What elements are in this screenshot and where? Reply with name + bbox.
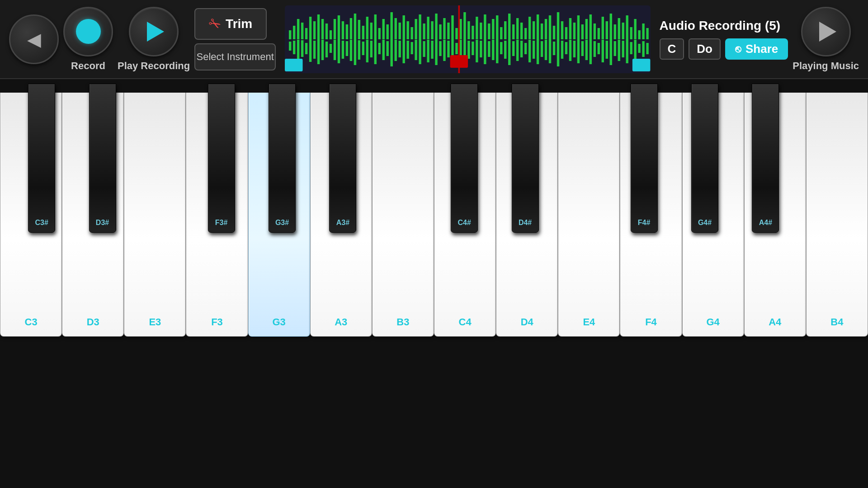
select-instrument-button[interactable]: Select Instrument — [194, 43, 276, 70]
waveform-container[interactable] — [285, 5, 650, 73]
white-key-b4[interactable]: B4 — [806, 93, 868, 337]
svg-rect-159 — [573, 41, 576, 57]
black-key-f4sharp[interactable]: F4# — [631, 84, 658, 233]
svg-rect-115 — [395, 40, 397, 61]
back-button[interactable]: ◀ — [9, 14, 59, 64]
white-key-e3[interactable]: E3 — [124, 93, 186, 337]
white-key-e4[interactable]: E4 — [558, 93, 620, 337]
black-key-label: A3# — [336, 219, 349, 227]
svg-rect-179 — [450, 55, 468, 68]
svg-rect-32 — [419, 14, 421, 39]
black-key-label: A4# — [759, 219, 772, 227]
svg-rect-96 — [317, 39, 320, 64]
play-recording-label: Play Recording — [118, 60, 190, 72]
svg-rect-123 — [427, 40, 429, 62]
svg-rect-69 — [569, 18, 571, 39]
svg-rect-2 — [297, 19, 299, 39]
svg-rect-140 — [496, 39, 498, 63]
svg-rect-166 — [602, 40, 604, 62]
svg-rect-95 — [313, 41, 316, 59]
svg-rect-164 — [594, 41, 596, 57]
record-button[interactable] — [63, 7, 113, 56]
scissors-icon: ✂ — [205, 13, 224, 34]
playing-music-label: Playing Music — [793, 60, 859, 72]
black-key-f3sharp[interactable]: F3# — [208, 84, 235, 233]
svg-rect-119 — [411, 42, 413, 54]
svg-rect-44 — [467, 21, 470, 39]
svg-rect-158 — [569, 40, 571, 61]
playing-music-wrapper: Playing Music — [793, 7, 859, 72]
svg-rect-23 — [382, 19, 385, 39]
black-key-a4sharp[interactable]: A4# — [752, 84, 779, 233]
svg-rect-51 — [496, 15, 498, 39]
svg-rect-168 — [610, 39, 612, 65]
playing-music-button[interactable] — [801, 7, 851, 56]
white-key-label: D4 — [521, 316, 533, 328]
svg-rect-73 — [585, 19, 588, 39]
white-key-label: B3 — [396, 316, 409, 328]
black-key-d3sharp[interactable]: D3# — [89, 84, 116, 233]
svg-rect-162 — [585, 40, 588, 60]
key-do-badge[interactable]: Do — [689, 38, 721, 60]
white-key-b3[interactable]: B3 — [372, 93, 434, 337]
svg-rect-101 — [338, 39, 340, 63]
svg-rect-103 — [346, 41, 348, 56]
waveform-svg — [285, 5, 650, 73]
black-key-c3sharp[interactable]: C3# — [28, 84, 55, 233]
svg-rect-66 — [557, 12, 559, 39]
trim-label: Trim — [226, 17, 252, 31]
svg-rect-81 — [618, 18, 620, 39]
svg-rect-150 — [537, 39, 539, 64]
svg-rect-134 — [472, 42, 474, 55]
svg-rect-120 — [415, 40, 417, 60]
play-recording-button[interactable] — [129, 7, 179, 56]
trim-button[interactable]: ✂ Trim — [194, 8, 267, 40]
svg-rect-84 — [630, 27, 632, 39]
svg-rect-88 — [646, 28, 649, 39]
svg-rect-26 — [395, 18, 397, 39]
svg-rect-116 — [399, 41, 401, 57]
svg-rect-148 — [528, 40, 531, 62]
svg-rect-25 — [391, 12, 393, 39]
svg-rect-79 — [610, 14, 612, 39]
svg-rect-71 — [577, 15, 580, 39]
back-arrow-icon: ◀ — [27, 29, 41, 50]
svg-rect-109 — [370, 41, 373, 57]
black-key-g4sharp[interactable]: G4# — [691, 84, 718, 233]
svg-rect-1 — [293, 26, 295, 39]
share-icon: ⎋ — [735, 43, 741, 55]
black-key-label: F3# — [215, 219, 228, 227]
svg-rect-138 — [488, 41, 490, 57]
svg-rect-130 — [455, 43, 458, 54]
play-recording-button-wrapper: Play Recording — [118, 7, 190, 72]
white-key-label: F3 — [211, 316, 223, 328]
svg-rect-90 — [293, 41, 295, 54]
black-key-label: F4# — [638, 219, 651, 227]
share-button[interactable]: ⎋ Share — [725, 38, 788, 60]
svg-rect-175 — [638, 44, 641, 53]
black-key-c4sharp[interactable]: C4# — [451, 84, 478, 233]
svg-rect-14 — [346, 24, 348, 39]
audio-info-panel: Audio Recording (5) C Do ⎋ Share — [660, 19, 788, 60]
svg-rect-72 — [581, 24, 584, 39]
black-key-d4sharp[interactable]: D4# — [512, 84, 539, 233]
svg-rect-57 — [520, 23, 523, 39]
svg-rect-135 — [476, 40, 478, 62]
svg-rect-154 — [553, 42, 555, 55]
svg-rect-7 — [317, 14, 320, 39]
svg-rect-106 — [358, 40, 360, 60]
black-key-label: C3# — [35, 219, 48, 227]
key-c-badge[interactable]: C — [660, 38, 684, 60]
trim-section: ✂ Trim Select Instrument — [194, 8, 276, 70]
black-key-a3sharp[interactable]: A3# — [329, 84, 356, 233]
svg-rect-174 — [634, 40, 637, 60]
record-label: Record — [71, 60, 105, 72]
svg-rect-89 — [289, 42, 291, 51]
svg-rect-41 — [455, 28, 458, 39]
svg-rect-161 — [581, 41, 584, 56]
svg-rect-80 — [614, 24, 616, 39]
black-key-g3sharp[interactable]: G3# — [269, 84, 296, 233]
svg-rect-46 — [476, 17, 478, 39]
svg-rect-181 — [632, 59, 651, 71]
svg-rect-87 — [642, 23, 645, 39]
